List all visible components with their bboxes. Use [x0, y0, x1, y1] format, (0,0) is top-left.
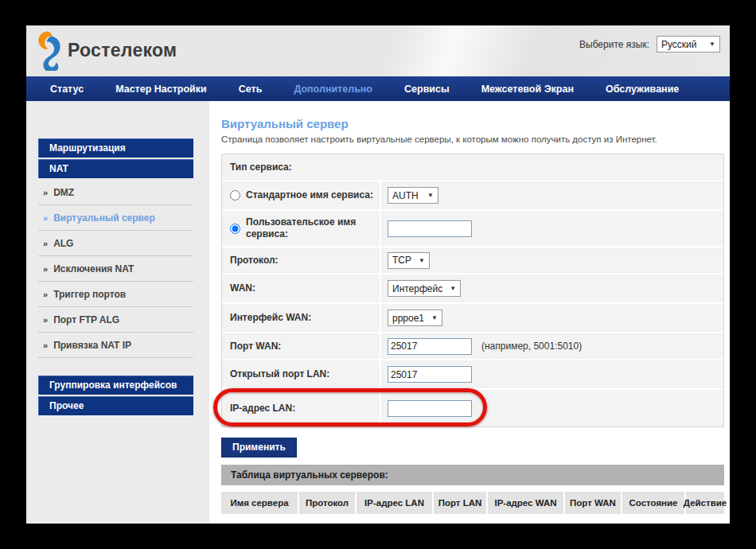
sidebar-item-ftp-alg-port[interactable]: » Порт FTP ALG	[38, 307, 193, 333]
main-content: Виртуальный сервер Страница позволяет на…	[209, 101, 730, 524]
chevron-down-icon: ▼	[419, 257, 425, 264]
sidebar-item-label: Виртуальный сервер	[53, 212, 155, 224]
server-table-title: Таблица виртуальных серверов:	[221, 465, 724, 485]
form-row-standard-name: Стандартное имя сервиса: AUTH ▼	[222, 181, 723, 211]
custom-name-input[interactable]	[388, 220, 472, 237]
protocol-select-value: TCP	[392, 255, 411, 266]
col-lan-port: Порт LAN	[434, 492, 486, 514]
chevron-down-icon: ▼	[431, 314, 438, 321]
double-chevron-icon: »	[43, 290, 48, 298]
sidebar-section-routing[interactable]: Маршрутизация	[38, 138, 193, 158]
col-wan-port: Порт WAN	[565, 492, 621, 514]
sidebar-item-virtual-server[interactable]: » Виртуальный сервер	[38, 205, 193, 231]
sidebar: Маршрутизация NAT » DMZ » Виртуальный се…	[26, 101, 209, 524]
sidebar-item-label: ALG	[53, 238, 73, 249]
chevron-down-icon: ▼	[709, 41, 715, 48]
col-server-name: Имя сервера	[221, 492, 298, 514]
wan-port-label: Порт WAN:	[230, 341, 281, 352]
service-type-label: Тип сервиса:	[222, 154, 723, 180]
apply-button[interactable]: Применить	[221, 438, 297, 458]
language-select-value: Русский	[661, 39, 697, 50]
form-row-protocol: Протокол: TCP ▼	[222, 247, 723, 274]
sidebar-item-port-trigger[interactable]: » Триггер портов	[38, 282, 193, 307]
sidebar-item-dmz[interactable]: » DMZ	[38, 180, 193, 205]
nav-network[interactable]: Сеть	[228, 84, 273, 95]
main-navbar: Статус Мастер Настройки Сеть Дополнитель…	[26, 76, 730, 101]
form-row-wan: WAN: Интерфейс ▼	[222, 274, 723, 304]
wan-interface-select[interactable]: pppoe1 ▼	[388, 310, 442, 326]
sidebar-section-interface-grouping[interactable]: Группировка интерфейсов	[38, 376, 193, 395]
sidebar-item-label: DMZ	[53, 187, 74, 198]
protocol-select[interactable]: TCP ▼	[388, 252, 430, 269]
col-state: Состояние	[622, 492, 684, 514]
language-label: Выберите язык:	[579, 39, 649, 50]
form-row-lan-ip: IP-адрес LAN:	[222, 390, 723, 426]
form-row-service-type: Тип сервиса:	[222, 154, 723, 181]
server-table-header: Имя сервера Протокол IP-адрес LAN Порт L…	[221, 492, 724, 514]
col-protocol: Протокол	[299, 492, 355, 514]
language-select[interactable]: Русский ▼	[657, 36, 720, 53]
sidebar-item-label: Порт FTP ALG	[53, 314, 119, 325]
wan-interface-label: Интерфейс WAN:	[230, 312, 311, 324]
double-chevron-icon: »	[43, 341, 48, 349]
rostelecom-swirl-icon	[34, 29, 62, 71]
nav-setup-wizard[interactable]: Мастер Настройки	[105, 84, 217, 95]
standard-name-select-value: AUTH	[392, 190, 419, 201]
wan-label: WAN:	[230, 282, 255, 294]
standard-name-label: Стандартное имя сервиса:	[246, 189, 373, 201]
wan-select[interactable]: Интерфейс ▼	[388, 280, 461, 297]
lan-open-port-label: Открытый порт LAN:	[230, 368, 329, 380]
protocol-label: Протокол:	[230, 255, 279, 267]
lan-open-port-input[interactable]	[388, 366, 472, 383]
sidebar-section-nat[interactable]: NAT	[38, 159, 193, 178]
standard-name-radio[interactable]	[230, 190, 240, 201]
nav-services[interactable]: Сервисы	[394, 84, 460, 95]
sidebar-item-label: Исключения NAT	[53, 263, 134, 274]
form-row-lan-open-port: Открытый порт LAN:	[222, 360, 723, 390]
nav-maintenance[interactable]: Обслуживание	[595, 84, 689, 95]
double-chevron-icon: »	[43, 214, 48, 222]
nav-advanced[interactable]: Дополнительно	[283, 84, 383, 95]
header: Ростелеком Выберите язык: Русский ▼	[26, 25, 730, 76]
brand-name: Ростелеком	[68, 40, 177, 61]
form-row-wan-interface: Интерфейс WAN: pppoe1 ▼	[222, 304, 723, 333]
double-chevron-icon: »	[43, 189, 48, 197]
sidebar-item-label: Триггер портов	[53, 289, 126, 300]
router-admin-page: Ростелеком Выберите язык: Русский ▼ Стат…	[26, 25, 730, 524]
col-lan-ip: IP-адрес LAN	[357, 492, 432, 514]
wan-interface-select-value: pppoe1	[392, 313, 424, 324]
custom-name-radio[interactable]	[230, 224, 240, 234]
col-wan-ip: IP-адрес WAN	[488, 492, 563, 514]
sidebar-item-nat-exclusions[interactable]: » Исключения NAT	[38, 256, 193, 282]
sidebar-section-other[interactable]: Прочее	[38, 396, 193, 415]
double-chevron-icon: »	[43, 239, 48, 247]
wan-port-hint: (например, 5001:5010)	[481, 341, 582, 352]
chevron-down-icon: ▼	[427, 192, 434, 199]
double-chevron-icon: »	[43, 265, 48, 273]
custom-name-label: Пользовательское имя сервиса:	[246, 216, 375, 240]
sidebar-item-nat-ip-binding[interactable]: » Привязка NAT IP	[38, 333, 193, 358]
sidebar-item-alg[interactable]: » ALG	[38, 231, 193, 256]
language-selector: Выберите язык: Русский ▼	[579, 36, 720, 53]
wan-port-input[interactable]	[388, 338, 472, 355]
form-row-wan-port: Порт WAN: (например, 5001:5010)	[222, 333, 723, 360]
sidebar-item-label: Привязка NAT IP	[53, 340, 131, 351]
page-subtitle: Страница позволяет настроить виртуальные…	[221, 134, 730, 144]
rostelecom-logo: Ростелеком	[34, 29, 177, 71]
lan-ip-input[interactable]	[388, 400, 472, 417]
double-chevron-icon: »	[43, 316, 48, 324]
lan-ip-label: IP-адрес LAN:	[230, 403, 295, 415]
chevron-down-icon: ▼	[450, 285, 456, 292]
page-title: Виртуальный сервер	[221, 117, 730, 130]
standard-name-select[interactable]: AUTH ▼	[388, 187, 438, 204]
wan-select-value: Интерфейс	[392, 283, 442, 294]
form-row-custom-name: Пользовательское имя сервиса:	[222, 211, 723, 247]
col-action: Действие	[686, 492, 724, 514]
nav-firewall[interactable]: Межсетевой Экран	[471, 84, 584, 95]
virtual-server-form: Тип сервиса: Стандартное имя сервиса: AU…	[221, 154, 724, 427]
nav-status[interactable]: Статус	[40, 84, 94, 95]
